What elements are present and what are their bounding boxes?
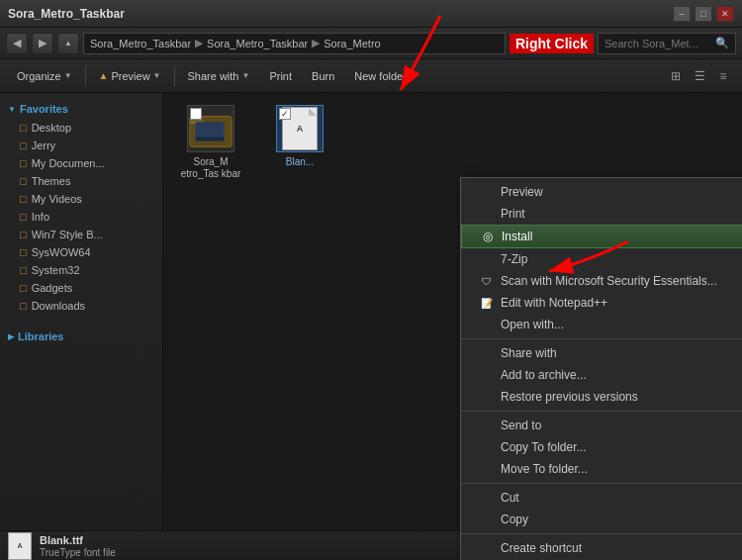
favorites-label: Favorites <box>20 103 68 115</box>
sidebar-item-system32[interactable]: □ System32 <box>0 261 162 279</box>
path-part-2: Sora_Metro_Taskbar <box>207 38 308 49</box>
back-button[interactable]: ◀ <box>6 33 28 54</box>
file-name-blank: Blan... <box>286 156 314 168</box>
ctx-install[interactable]: ◎ Install <box>461 225 742 248</box>
new-folder-button[interactable]: New folder <box>345 63 416 89</box>
search-box[interactable]: Search Sora_Met... 🔍 <box>598 33 736 54</box>
sidebar-item-label: SysWOW64 <box>32 246 91 258</box>
title-bar: Sora_Metro_Taskbar – □ ✕ <box>0 0 742 28</box>
path-part-1: Sora_Metro_Taskbar <box>90 38 191 49</box>
file-name-sora: Sora_M etro_Tas kbar <box>175 156 246 180</box>
sidebar-item-label: My Videos <box>32 193 82 205</box>
ctx-preview[interactable]: Preview <box>461 181 742 203</box>
ctx-copy[interactable]: Copy <box>461 509 742 530</box>
sidebar: ▼ Favorites □ Desktop □ Jerry □ My Docum… <box>0 93 163 530</box>
ctx-cut[interactable]: Cut <box>461 487 742 509</box>
preview-button[interactable]: ▲ Preview ▼ <box>90 63 170 89</box>
minimize-button[interactable]: – <box>673 6 691 22</box>
favorites-header[interactable]: ▼ Favorites <box>0 99 162 119</box>
sidebar-item-desktop[interactable]: □ Desktop <box>0 119 162 137</box>
status-filetype: TrueType font file <box>40 547 116 558</box>
print-button[interactable]: Print <box>260 63 301 89</box>
context-menu: Preview Print ◎ Install 7-Zip <box>460 177 742 560</box>
ctx-add-archive[interactable]: Add to archive... <box>461 364 742 386</box>
folder-icon: □ <box>20 157 27 169</box>
ctx-copy-to[interactable]: Copy To folder... <box>461 436 742 458</box>
up-button[interactable]: ▲ <box>57 33 79 54</box>
sidebar-item-jerry[interactable]: □ Jerry <box>0 137 162 154</box>
status-file-icon: A <box>8 532 32 560</box>
sidebar-item-label: Win7 Style B... <box>32 229 103 240</box>
burn-button[interactable]: Burn <box>303 63 343 89</box>
toolbar: Organize ▼ ▲ Preview ▼ Share with ▼ Prin… <box>0 59 742 93</box>
view-list-button[interactable]: ☰ <box>689 65 710 87</box>
sidebar-item-mydocuments[interactable]: □ My Documen... <box>0 154 162 172</box>
folder-icon: □ <box>20 264 27 276</box>
ctx-sep-3 <box>461 483 742 484</box>
ctx-share-with[interactable]: Share with ▶ <box>461 342 742 364</box>
file-item-sora[interactable]: Sora_M etro_Tas kbar <box>171 101 250 184</box>
ctx-scan[interactable]: 🛡 Scan with Microsoft Security Essential… <box>461 270 742 292</box>
folder-icon: □ <box>20 193 27 205</box>
ctx-print[interactable]: Print <box>461 203 742 225</box>
favorites-chevron: ▼ <box>8 105 16 114</box>
ctx-install-icon: ◎ <box>478 230 498 243</box>
libraries-label: Libraries <box>18 330 63 342</box>
ctx-7zip[interactable]: 7-Zip ▶ <box>461 248 742 270</box>
file-checkbox-blank[interactable]: ✓ <box>279 108 291 120</box>
file-icon-sora <box>187 105 234 152</box>
folder-icon: □ <box>20 175 27 187</box>
share-with-button[interactable]: Share with ▼ <box>179 63 259 89</box>
sidebar-item-label: Jerry <box>32 140 55 151</box>
content-area: Sora_M etro_Tas kbar A ✓ Blan... Preview <box>163 93 742 530</box>
ctx-move-to[interactable]: Move To folder... <box>461 458 742 480</box>
sidebar-item-syswow64[interactable]: □ SysWOW64 <box>0 243 162 261</box>
sidebar-item-label: Themes <box>32 175 71 187</box>
main-area: ▼ Favorites □ Desktop □ Jerry □ My Docum… <box>0 93 742 530</box>
file-checkbox-sora[interactable] <box>190 108 202 120</box>
sidebar-item-themes[interactable]: □ Themes <box>0 172 162 190</box>
sidebar-item-downloads[interactable]: □ Downloads <box>0 297 162 315</box>
ctx-sep-2 <box>461 411 742 412</box>
status-filename: Blank.ttf <box>40 534 116 546</box>
ctx-create-shortcut[interactable]: Create shortcut <box>461 537 742 559</box>
window-title: Sora_Metro_Taskbar <box>8 7 125 21</box>
sidebar-item-label: Desktop <box>32 122 71 134</box>
sidebar-item-win7style[interactable]: □ Win7 Style B... <box>0 226 162 243</box>
folder-icon: □ <box>20 282 27 294</box>
view-large-icon-button[interactable]: ⊞ <box>665 65 687 87</box>
forward-button[interactable]: ▶ <box>32 33 53 54</box>
address-bar: ◀ ▶ ▲ Sora_Metro_Taskbar ▶ Sora_Metro_Ta… <box>0 28 742 59</box>
status-file-info: Blank.ttf TrueType font file <box>40 534 116 558</box>
sidebar-item-label: Gadgets <box>32 282 73 294</box>
sidebar-item-label: My Documen... <box>32 157 105 169</box>
address-path[interactable]: Sora_Metro_Taskbar ▶ Sora_Metro_Taskbar … <box>83 33 506 54</box>
view-details-button[interactable]: ≡ <box>712 65 734 87</box>
ctx-send-to[interactable]: Send to ▶ <box>461 415 742 436</box>
libraries-chevron: ▶ <box>8 332 14 341</box>
file-icon-blank: A ✓ <box>276 105 324 152</box>
maximize-button[interactable]: □ <box>695 6 712 22</box>
ctx-sep-1 <box>461 338 742 339</box>
file-grid: Sora_M etro_Tas kbar A ✓ Blan... <box>171 101 734 184</box>
ctx-open-with[interactable]: Open with... <box>461 314 742 335</box>
sidebar-item-label: System32 <box>32 264 80 276</box>
organize-button[interactable]: Organize ▼ <box>8 63 81 89</box>
sidebar-item-label: Info <box>32 211 49 223</box>
folder-icon: □ <box>20 246 27 258</box>
ctx-edit-notepad[interactable]: 📝 Edit with Notepad++ <box>461 292 742 314</box>
file-item-blank[interactable]: A ✓ Blan... <box>260 101 339 172</box>
search-icon: 🔍 <box>715 37 729 49</box>
close-button[interactable]: ✕ <box>716 6 734 22</box>
folder-icon: □ <box>20 211 27 223</box>
right-click-annotation: Right Click <box>510 34 594 53</box>
folder-icon: □ <box>20 229 27 240</box>
sidebar-item-myvideos[interactable]: □ My Videos <box>0 190 162 208</box>
folder-icon: □ <box>20 140 27 151</box>
ctx-restore-versions[interactable]: Restore previous versions <box>461 386 742 408</box>
view-controls: ⊞ ☰ ≡ <box>665 65 734 87</box>
sidebar-item-label: Downloads <box>32 300 85 312</box>
sidebar-item-info[interactable]: □ Info <box>0 208 162 226</box>
sidebar-item-gadgets[interactable]: □ Gadgets <box>0 279 162 297</box>
libraries-header[interactable]: ▶ Libraries <box>0 327 162 346</box>
